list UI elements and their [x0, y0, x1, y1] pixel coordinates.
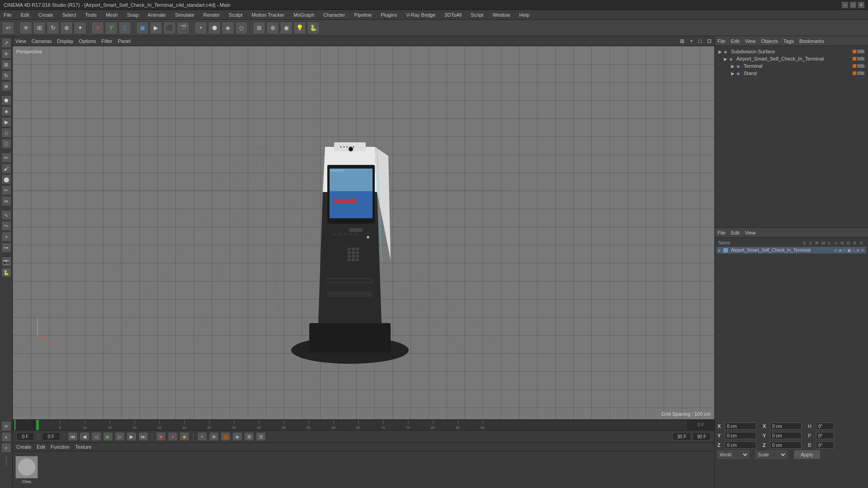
play-button[interactable]: ▶ [103, 432, 113, 441]
lt-deform[interactable]: ⊶ [1, 243, 11, 253]
menu-motion-tracker[interactable]: Motion Tracker [250, 11, 286, 19]
lt-bottom1[interactable]: M [1, 421, 11, 431]
viewport[interactable]: Perspective Grid Spacing : 100 cm [13, 46, 714, 419]
motion-button[interactable]: ⬤ [221, 432, 231, 441]
tree-item-subdivision[interactable]: ▶ ◈ Subdivision Surface [717, 48, 866, 55]
mat-tab-edit[interactable]: Edit [37, 444, 45, 450]
menu-pipeline[interactable]: Pipeline [352, 11, 373, 19]
menu-plugins[interactable]: Plugins [379, 11, 399, 19]
mat-tab-function[interactable]: Function [51, 444, 70, 450]
vp-icon3[interactable]: □ [698, 38, 702, 44]
apply-button[interactable]: Apply [793, 450, 821, 460]
tool1-button[interactable]: ⊕ [60, 22, 73, 34]
menu-character[interactable]: Character [321, 11, 347, 19]
p-input[interactable] [816, 432, 834, 439]
lt-cam[interactable]: 📷 [1, 257, 11, 267]
fps-input[interactable] [673, 432, 691, 441]
obj-mode[interactable]: ◇ [235, 22, 248, 34]
point-mode[interactable]: • [194, 22, 207, 34]
vp-options[interactable]: Options [79, 38, 96, 44]
lt-scale[interactable]: ⊞ [1, 60, 11, 70]
y-axis-button[interactable]: Y [105, 22, 118, 34]
menu-mesh[interactable]: Mesh [104, 11, 120, 19]
z-input[interactable] [725, 441, 756, 449]
y-input[interactable] [725, 432, 756, 439]
lt-bottom3[interactable]: X [1, 443, 11, 453]
vp-display[interactable]: Display [57, 38, 73, 44]
key-all-button[interactable]: ◆ [179, 432, 189, 441]
hx-input[interactable] [770, 422, 802, 430]
loop-button[interactable]: + [197, 432, 207, 441]
prev-frame-button[interactable]: ◀ [80, 432, 90, 441]
lt-curve[interactable]: ∿ [1, 210, 11, 220]
menu-select[interactable]: Select [61, 11, 78, 19]
hz-input[interactable] [770, 441, 802, 449]
lt-nurbs[interactable]: ⌖ [1, 232, 11, 242]
lt-tool5[interactable]: ⊕ [1, 81, 11, 91]
am-file[interactable]: File [717, 230, 726, 235]
om-file[interactable]: File [717, 38, 726, 44]
poly-mode[interactable]: ◈ [222, 22, 234, 34]
mat-tab-create[interactable]: Create [16, 444, 31, 450]
menu-create[interactable]: Create [37, 11, 55, 19]
vp-panel[interactable]: Panel [118, 38, 131, 44]
lt-python[interactable]: 🐍 [1, 267, 11, 277]
edge-mode[interactable]: ⬟ [208, 22, 221, 34]
cube-button[interactable]: ◼ [136, 22, 149, 34]
menu-tools[interactable]: Tools [83, 11, 99, 19]
lt-tool9[interactable]: ◇ [1, 128, 11, 138]
am-edit[interactable]: Edit [731, 230, 740, 235]
vp-icon1[interactable]: ⊞ [680, 38, 684, 44]
lt-spline[interactable]: 〜 [1, 221, 11, 231]
frame-start-input[interactable]: 0 F [16, 432, 34, 441]
timeline-ruler[interactable]: 5 10 15 20 25 30 35 40 45 [35, 420, 687, 430]
snap-btn[interactable]: ⊞ [253, 22, 265, 34]
layout-button[interactable]: ☰ [256, 432, 266, 441]
z-axis-button[interactable]: Z [118, 22, 131, 34]
lt-pen[interactable]: ✏ [1, 153, 11, 163]
lt-cut[interactable]: ✂ [1, 185, 11, 195]
frame-end-input[interactable]: 90 F [693, 432, 711, 441]
lt-rotate[interactable]: ↻ [1, 70, 11, 80]
lt-move[interactable]: ✛ [1, 49, 11, 59]
lt-tool7[interactable]: ◈ [1, 106, 11, 116]
lt-tool10[interactable]: ⬡ [1, 139, 11, 149]
next-frame-button[interactable]: ▶ [127, 432, 137, 441]
scale-dropdown[interactable]: Scale Size [755, 450, 787, 459]
snap3-btn[interactable]: ◉ [280, 22, 292, 34]
am-view[interactable]: View [745, 230, 756, 235]
scale-button[interactable]: ⊞ [33, 22, 46, 34]
go-start-button[interactable]: ⏮ [68, 432, 78, 441]
om-view[interactable]: View [745, 38, 756, 44]
next-play-button[interactable]: ▷ [115, 432, 125, 441]
vp-filter[interactable]: Filter [101, 38, 112, 44]
close-button[interactable]: ✕ [858, 2, 864, 8]
world-dropdown[interactable]: World Object Local [717, 450, 749, 459]
selected-object-row[interactable]: ▸ Airport_Smart_Self_Check_In_Terminal ⊙… [717, 247, 866, 253]
motion2-button[interactable]: ◈ [232, 432, 242, 441]
bounce-button[interactable]: ⊕ [209, 432, 219, 441]
om-edit[interactable]: Edit [731, 38, 740, 44]
menu-animate[interactable]: Animate [146, 11, 168, 19]
lt-mirror[interactable]: ⇔ [1, 196, 11, 206]
auto-key-button[interactable]: ● [168, 432, 178, 441]
tree-item-terminal-group[interactable]: ▶ ◈ Airport_Smart_Self_Check_In_Terminal [717, 55, 866, 62]
menu-script[interactable]: Script [469, 11, 485, 19]
menu-edit[interactable]: Edit [19, 11, 31, 19]
menu-vray[interactable]: V-Ray Bridge [405, 11, 438, 19]
rotate-button[interactable]: ↻ [47, 22, 59, 34]
maximize-button[interactable]: □ [850, 2, 856, 8]
lt-brush[interactable]: 🖌 [1, 164, 11, 174]
playhead[interactable] [14, 420, 15, 430]
lt-tool8[interactable]: ▶ [1, 117, 11, 127]
menu-mograph[interactable]: MoGraph [292, 11, 316, 19]
timeline-ruler-area[interactable]: 5 10 15 20 25 30 35 40 45 [13, 419, 714, 430]
x-axis-button[interactable]: ✕ [91, 22, 104, 34]
lt-select[interactable]: ↗ [1, 38, 11, 48]
record-button[interactable]: ⏺ [156, 432, 166, 441]
vp-view[interactable]: View [15, 38, 26, 44]
menu-render[interactable]: Render [202, 11, 222, 19]
minimize-button[interactable]: ─ [842, 2, 848, 8]
hy-input[interactable] [770, 432, 802, 439]
prev-play-button[interactable]: ◁ [91, 432, 101, 441]
